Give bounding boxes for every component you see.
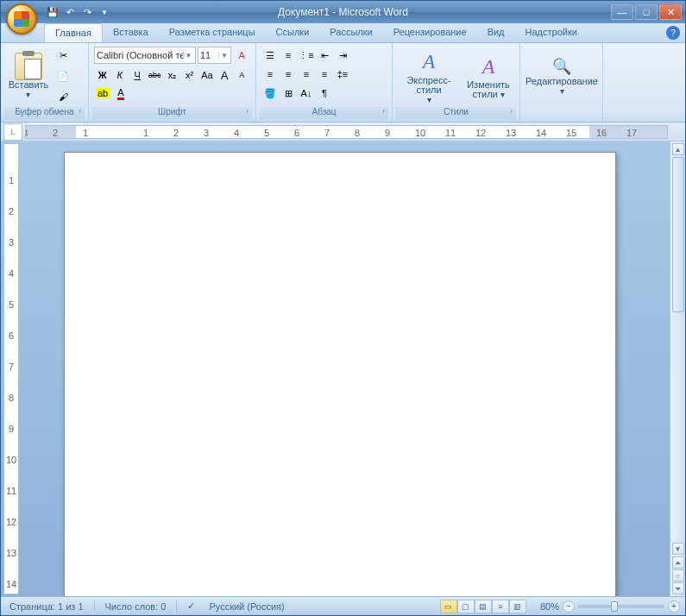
group-clipboard: Вставить▾ ✂ 📄 🖌 Буфер обмена [1, 43, 89, 122]
paste-icon [15, 53, 42, 80]
font-size-combo[interactable]: 11▼ [198, 47, 231, 64]
change-case-button[interactable]: Aa [198, 66, 215, 84]
scroll-thumb[interactable] [672, 157, 684, 312]
line-spacing-button[interactable]: ‡≡ [334, 66, 351, 83]
superscript-button[interactable]: x² [181, 66, 198, 84]
align-right-button[interactable]: ≡ [298, 66, 315, 83]
increase-indent-button[interactable]: ⇥ [334, 47, 351, 64]
full-screen-view[interactable]: ▢ [457, 600, 475, 613]
spellcheck-icon[interactable]: ✓ [184, 600, 198, 612]
group-editing: 🔍 Редактирование▾ . [520, 43, 603, 122]
cut-icon[interactable]: ✂ [53, 46, 72, 65]
binoculars-icon: 🔍 [548, 56, 576, 77]
zoom-in-button[interactable]: + [668, 600, 680, 613]
align-left-button[interactable]: ≡ [261, 66, 279, 83]
document-page[interactable] [64, 152, 616, 596]
multilevel-button[interactable]: ⋮≡ [298, 47, 315, 64]
horizontal-ruler[interactable]: 3211234567891011121314151617 [25, 125, 668, 139]
grow-font-button[interactable]: A [217, 66, 233, 84]
group-paragraph: ☰ ≡ ⋮≡ ⇤ ⇥ ≡ ≡ ≡ ≡ ‡≡ 🪣 ⊞ A↓ ¶ [256, 43, 393, 122]
tab-insert[interactable]: Вставка [103, 23, 159, 42]
scroll-down-button[interactable]: ▼ [672, 543, 684, 555]
print-layout-view[interactable]: ▭ [440, 600, 457, 613]
statusbar: Страница: 1 из 1 Число слов: 0 ✓ Русский… [1, 596, 685, 615]
tab-home[interactable]: Главная [44, 23, 103, 42]
font-name-combo[interactable]: Calibri (Основной те▼ [94, 47, 196, 64]
bold-button[interactable]: Ж [94, 66, 110, 84]
group-styles: A Экспресс-стили▾ A Изменить стили ▾ Сти… [393, 43, 520, 122]
help-icon[interactable]: ? [666, 26, 680, 40]
save-icon[interactable]: 💾 [46, 5, 60, 19]
align-center-button[interactable]: ≡ [280, 66, 297, 83]
zoom-value[interactable]: 80% [540, 601, 559, 612]
status-words[interactable]: Число слов: 0 [102, 601, 170, 612]
separator [94, 600, 95, 613]
qat-customize-icon[interactable]: ▼ [98, 5, 111, 19]
tab-addins[interactable]: Надстройки [515, 23, 588, 42]
close-button[interactable]: ✕ [659, 4, 682, 20]
tab-references[interactable]: Ссылки [266, 23, 320, 42]
tab-view[interactable]: Вид [477, 23, 515, 42]
office-button[interactable] [6, 3, 37, 35]
quick-access-toolbar: 💾 ↶ ↷ ▼ [46, 5, 111, 19]
borders-button[interactable]: ⊞ [280, 85, 297, 102]
maximize-button[interactable]: □ [635, 4, 658, 20]
group-clipboard-label: Буфер обмена [4, 107, 85, 120]
web-layout-view[interactable]: ▤ [475, 600, 492, 613]
strike-button[interactable]: abc [147, 66, 163, 84]
status-language[interactable]: Русский (Россия) [205, 601, 287, 612]
scroll-track[interactable] [672, 157, 684, 541]
tab-page-layout[interactable]: Разметка страницы [159, 23, 266, 42]
bullets-button[interactable]: ☰ [261, 47, 279, 64]
group-paragraph-label: Абзац [260, 107, 388, 120]
editing-button[interactable]: 🔍 Редактирование▾ [524, 45, 600, 107]
word-window: 💾 ↶ ↷ ▼ Документ1 - Microsoft Word — □ ✕… [0, 0, 686, 616]
highlight-button[interactable]: ab [94, 85, 111, 102]
justify-button[interactable]: ≡ [316, 66, 333, 83]
sort-button[interactable]: A↓ [298, 85, 315, 102]
editing-label: Редактирование [526, 76, 598, 86]
status-page[interactable]: Страница: 1 из 1 [6, 601, 87, 612]
separator [176, 600, 177, 613]
numbering-button[interactable]: ≡ [280, 47, 297, 64]
font-color-button[interactable]: A [112, 85, 129, 102]
underline-button[interactable]: Ч [129, 66, 145, 84]
font-size-value: 11 [200, 50, 218, 60]
quick-styles-button[interactable]: A Экспресс-стили▾ [396, 45, 462, 107]
zoom-thumb[interactable] [611, 601, 618, 612]
redo-icon[interactable]: ↷ [80, 5, 94, 19]
minimize-button[interactable]: — [611, 4, 633, 20]
zoom-out-button[interactable]: − [563, 600, 575, 613]
tab-selector[interactable]: L [3, 123, 22, 141]
clear-format-button[interactable]: A [233, 47, 250, 64]
draft-view[interactable]: ▥ [509, 600, 526, 613]
zoom-slider[interactable] [578, 605, 664, 608]
outline-view[interactable]: ≡ [492, 600, 509, 613]
tab-mailings[interactable]: Рассылки [319, 23, 382, 42]
show-marks-button[interactable]: ¶ [316, 85, 333, 102]
tab-review[interactable]: Рецензирование [383, 23, 477, 42]
subscript-button[interactable]: x₂ [164, 66, 180, 84]
copy-icon[interactable]: 📄 [53, 66, 72, 85]
decrease-indent-button[interactable]: ⇤ [316, 47, 333, 64]
zoom-control: 80% − + [540, 600, 680, 613]
prev-page-button[interactable]: ⏶ [672, 556, 684, 569]
format-painter-icon[interactable]: 🖌 [53, 87, 72, 106]
italic-button[interactable]: К [111, 66, 128, 84]
scroll-up-button[interactable]: ▲ [672, 143, 684, 155]
group-styles-label: Стили [396, 107, 516, 120]
page-viewport [21, 141, 670, 596]
window-title: Документ1 - Microsoft Word [278, 6, 408, 18]
paste-button[interactable]: Вставить▾ [4, 45, 53, 107]
browse-object-button[interactable]: ○ [672, 569, 684, 581]
document-area: 1234567891011121314 ▲ ▼ ⏶ ○ ⏷ [1, 141, 685, 596]
font-name-value: Calibri (Основной те [97, 50, 183, 60]
chevron-down-icon: ▼ [218, 52, 229, 60]
view-buttons: ▭ ▢ ▤ ≡ ▥ [440, 600, 526, 613]
next-page-button[interactable]: ⏷ [672, 582, 684, 594]
undo-icon[interactable]: ↶ [63, 5, 77, 19]
change-styles-button[interactable]: A Изменить стили ▾ [463, 45, 514, 107]
shrink-font-button[interactable]: A [234, 66, 250, 84]
shading-button[interactable]: 🪣 [261, 85, 279, 102]
vertical-ruler[interactable]: 1234567891011121314 [3, 143, 19, 594]
